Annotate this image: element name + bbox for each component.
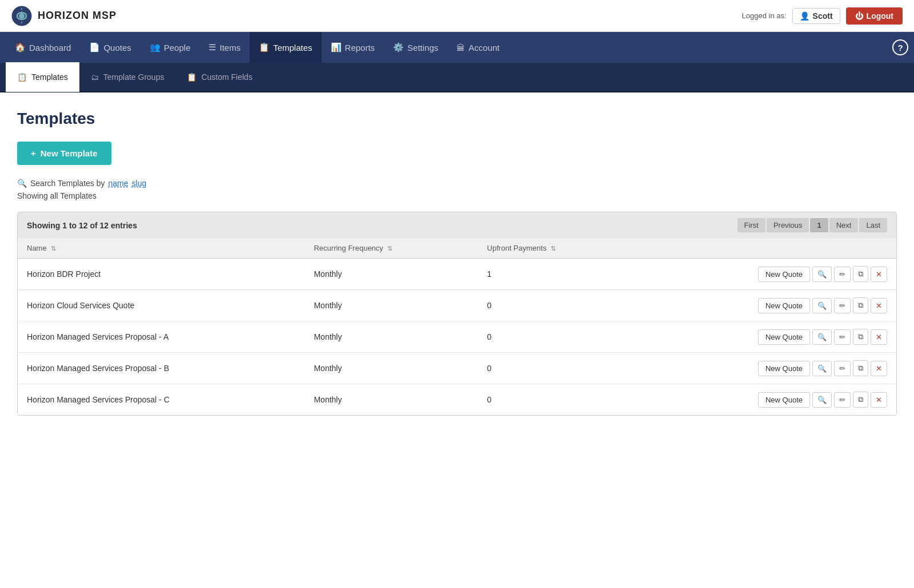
new-quote-button[interactable]: New Quote xyxy=(758,361,810,376)
delete-row-button[interactable]: ✕ xyxy=(871,361,887,376)
previous-page-button[interactable]: Previous xyxy=(767,218,809,232)
cell-actions: New Quote 🔍 ✏ ⧉ ✕ xyxy=(634,259,896,290)
frequency-sort-icon: ⇅ xyxy=(387,245,392,252)
logo-icon xyxy=(11,6,32,26)
edit-row-button[interactable]: ✏ xyxy=(834,267,851,282)
sub-template-groups-label: Template Groups xyxy=(103,73,165,82)
cell-upfront-payments: 0 xyxy=(478,290,634,321)
col-actions xyxy=(634,238,896,259)
sub-nav: 📋 Templates 🗂 Template Groups 📋 Custom F… xyxy=(0,63,914,92)
nav-label-dashboard: Dashboard xyxy=(29,43,71,53)
search-row-button[interactable]: 🔍 xyxy=(812,267,832,282)
edit-row-button[interactable]: ✏ xyxy=(834,361,851,376)
power-icon: ⏻ xyxy=(855,11,863,21)
top-bar: HORIZON MSP Logged in as: 👤 Scott ⏻ Logo… xyxy=(0,0,914,32)
templates-table: Name ⇅ Recurring Frequency ⇅ Upfront Pay… xyxy=(18,238,896,415)
col-upfront-payments[interactable]: Upfront Payments ⇅ xyxy=(478,238,634,259)
main-nav: 🏠 Dashboard 📄 Quotes 👥 People ☰ Items 📋 … xyxy=(0,32,914,63)
search-by-name-link[interactable]: name xyxy=(108,179,128,188)
cell-name: Horizon Managed Services Proposal - B xyxy=(18,353,304,384)
search-row-button[interactable]: 🔍 xyxy=(812,329,832,345)
nav-item-people[interactable]: 👥 People xyxy=(141,32,200,63)
sub-nav-template-groups[interactable]: 🗂 Template Groups xyxy=(79,62,176,92)
new-template-button[interactable]: + New Template xyxy=(17,142,111,165)
delete-row-button[interactable]: ✕ xyxy=(871,267,887,282)
cell-actions: New Quote 🔍 ✏ ⧉ ✕ xyxy=(634,321,896,353)
people-icon: 👥 xyxy=(150,42,161,53)
new-quote-button[interactable]: New Quote xyxy=(758,392,810,408)
user-name: Scott xyxy=(813,11,833,21)
copy-row-button[interactable]: ⧉ xyxy=(853,297,868,313)
cell-upfront-payments: 0 xyxy=(478,321,634,353)
sub-templates-label: Templates xyxy=(31,73,68,82)
edit-row-button[interactable]: ✏ xyxy=(834,329,851,345)
cell-actions: New Quote 🔍 ✏ ⧉ ✕ xyxy=(634,384,896,416)
nav-item-templates[interactable]: 📋 Templates xyxy=(250,32,321,63)
templates-icon: 📋 xyxy=(259,42,270,53)
nav-label-items: Items xyxy=(219,43,240,53)
copy-row-button[interactable]: ⧉ xyxy=(853,392,868,408)
plus-icon: + xyxy=(31,148,36,158)
cell-recurring-frequency: Monthly xyxy=(304,290,478,321)
pagination: First Previous 1 Next Last xyxy=(737,218,887,232)
sub-custom-fields-icon: 📋 xyxy=(187,73,197,82)
logged-in-label: Logged in as: xyxy=(742,11,787,20)
nav-item-quotes[interactable]: 📄 Quotes xyxy=(80,32,140,63)
nav-item-items[interactable]: ☰ Items xyxy=(199,32,250,63)
first-page-button[interactable]: First xyxy=(737,218,765,232)
account-icon: 🏛 xyxy=(456,43,465,53)
search-row-button[interactable]: 🔍 xyxy=(812,361,832,376)
help-button[interactable]: ? xyxy=(892,39,908,55)
sub-template-groups-icon: 🗂 xyxy=(91,73,99,82)
settings-icon: ⚙️ xyxy=(393,42,404,53)
next-page-button[interactable]: Next xyxy=(829,218,859,232)
page-title: Templates xyxy=(17,110,897,128)
search-row-button[interactable]: 🔍 xyxy=(812,298,832,313)
user-area: Logged in as: 👤 Scott ⏻ Logout xyxy=(742,7,903,25)
copy-row-button[interactable]: ⧉ xyxy=(853,266,868,282)
page-content: Templates + New Template 🔍 Search Templa… xyxy=(0,92,914,588)
nav-label-account: Account xyxy=(468,43,499,53)
user-badge: 👤 Scott xyxy=(792,8,840,24)
nav-label-templates: Templates xyxy=(273,43,312,53)
sub-templates-icon: 📋 xyxy=(17,73,27,82)
table-row: Horizon Managed Services Proposal - B Mo… xyxy=(18,353,896,384)
nav-item-reports[interactable]: 📊 Reports xyxy=(322,32,384,63)
new-quote-button[interactable]: New Quote xyxy=(758,267,810,282)
cell-name: Horizon BDR Project xyxy=(18,259,304,290)
sub-nav-templates[interactable]: 📋 Templates xyxy=(6,62,79,92)
copy-row-button[interactable]: ⧉ xyxy=(853,360,868,376)
cell-name: Horizon Cloud Services Quote xyxy=(18,290,304,321)
search-row-button[interactable]: 🔍 xyxy=(812,392,832,408)
cell-recurring-frequency: Monthly xyxy=(304,259,478,290)
nav-item-dashboard[interactable]: 🏠 Dashboard xyxy=(6,32,80,63)
edit-row-button[interactable]: ✏ xyxy=(834,298,851,313)
logout-button[interactable]: ⏻ Logout xyxy=(846,7,903,25)
nav-item-account[interactable]: 🏛 Account xyxy=(447,32,508,63)
delete-row-button[interactable]: ✕ xyxy=(871,392,887,408)
nav-item-settings[interactable]: ⚙️ Settings xyxy=(384,32,447,63)
templates-table-wrapper: Showing 1 to 12 of 12 entries First Prev… xyxy=(17,212,897,416)
search-by-slug-link[interactable]: slug xyxy=(132,179,147,188)
cell-actions: New Quote 🔍 ✏ ⧉ ✕ xyxy=(634,353,896,384)
nav-label-settings: Settings xyxy=(407,43,438,53)
copy-row-button[interactable]: ⧉ xyxy=(853,329,868,345)
delete-row-button[interactable]: ✕ xyxy=(871,298,887,313)
col-recurring-frequency[interactable]: Recurring Frequency ⇅ xyxy=(304,238,478,259)
nav-label-quotes: Quotes xyxy=(103,43,131,53)
current-page-button[interactable]: 1 xyxy=(810,218,828,232)
nav-label-reports: Reports xyxy=(345,43,375,53)
table-row: Horizon Cloud Services Quote Monthly 0 N… xyxy=(18,290,896,321)
cell-recurring-frequency: Monthly xyxy=(304,353,478,384)
edit-row-button[interactable]: ✏ xyxy=(834,392,851,408)
logo-area: HORIZON MSP xyxy=(11,6,117,26)
search-bar: 🔍 Search Templates by name slug xyxy=(17,179,897,188)
sub-nav-custom-fields[interactable]: 📋 Custom Fields xyxy=(175,62,263,92)
delete-row-button[interactable]: ✕ xyxy=(871,329,887,345)
last-page-button[interactable]: Last xyxy=(859,218,887,232)
sub-custom-fields-label: Custom Fields xyxy=(201,73,252,82)
quotes-icon: 📄 xyxy=(89,42,100,53)
new-quote-button[interactable]: New Quote xyxy=(758,298,810,313)
new-quote-button[interactable]: New Quote xyxy=(758,329,810,345)
col-name[interactable]: Name ⇅ xyxy=(18,238,304,259)
